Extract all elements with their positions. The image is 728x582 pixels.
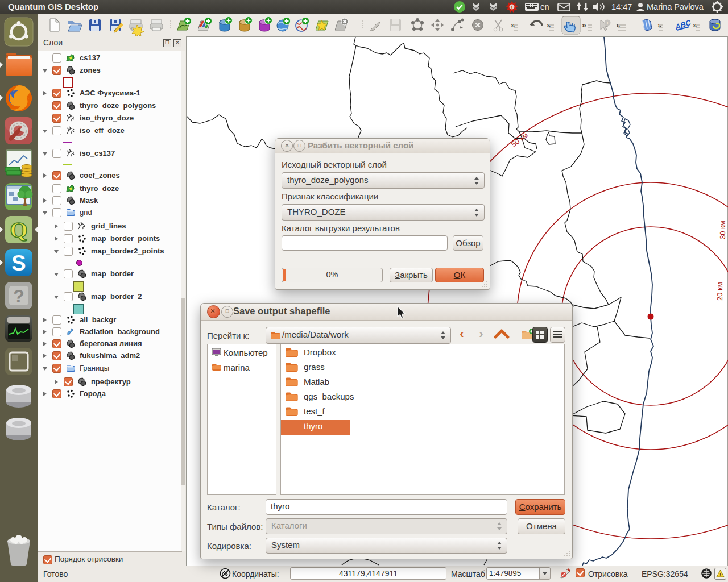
svg-text:!: ! [511, 5, 513, 10]
svg-text:!: ! [719, 572, 721, 577]
svg-text:S: S [11, 251, 26, 275]
svg-text:50 км: 50 км [510, 131, 530, 149]
svg-text:en: en [540, 2, 549, 11]
svg-text:30 км: 30 км [718, 221, 727, 239]
svg-text:i: i [607, 20, 608, 26]
svg-text:14:47: 14:47 [611, 2, 632, 11]
svg-text:ABC: ABC [673, 18, 692, 31]
svg-text:20 км: 20 км [715, 282, 724, 301]
svg-text:Q: Q [10, 217, 27, 243]
svg-text:Marina Pavlova: Marina Pavlova [647, 2, 704, 11]
svg-text:?: ? [13, 286, 24, 306]
